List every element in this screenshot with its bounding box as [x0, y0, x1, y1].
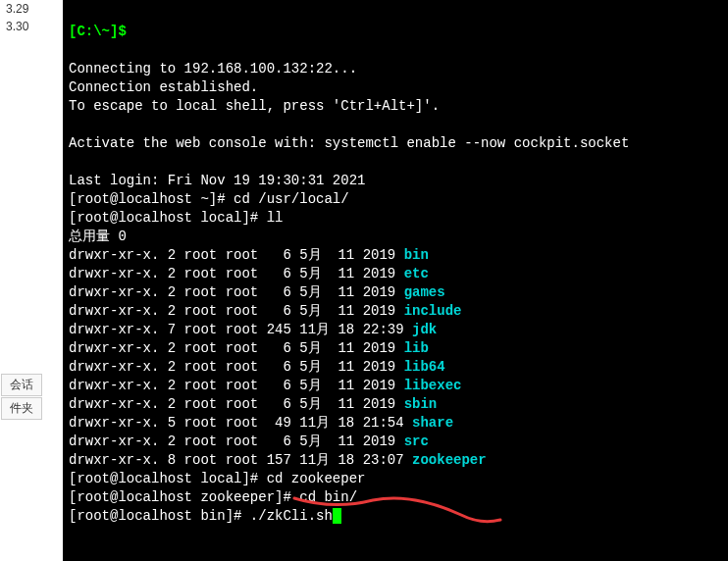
local-prompt: [C:\~]$ [69, 24, 127, 39]
cmd-3: cd zookeeper [258, 471, 365, 486]
prompt-4: [root@localhost zookeeper]# [69, 489, 291, 505]
dir-name: games [404, 284, 445, 300]
ls-row: drwxr-xr-x. 2 root root 6 5月 11 2019 inc… [69, 303, 461, 319]
dir-name: sbin [404, 396, 438, 412]
ls-row: drwxr-xr-x. 2 root root 6 5月 11 2019 lib… [69, 378, 461, 393]
ls-row: drwxr-xr-x. 2 root root 6 5月 11 2019 sbi… [69, 396, 437, 412]
ls-row: drwxr-xr-x. 2 root root 6 5月 11 2019 gam… [69, 284, 445, 300]
cmd-1: cd /usr/local/ [226, 191, 349, 207]
dir-name: libexec [404, 378, 462, 393]
ls-row: drwxr-xr-x. 7 root root 245 11月 18 22:39… [69, 322, 437, 337]
dir-name: zookeeper [412, 452, 487, 468]
sidebar-text-1: 3.29 [0, 0, 63, 18]
prompt-5: [root@localhost bin]# [69, 508, 241, 524]
established-line: Connection established. [69, 79, 258, 95]
dir-name: include [404, 303, 462, 319]
dir-name: src [404, 434, 429, 449]
dir-name: lib64 [404, 359, 445, 375]
cursor-icon [333, 508, 341, 524]
ls-row: drwxr-xr-x. 2 root root 6 5月 11 2019 lib… [69, 359, 445, 375]
cmd-5: ./zkCli.sh [241, 508, 332, 524]
sidebar-folder[interactable]: 件夹 [1, 397, 42, 420]
dir-name: lib [404, 340, 429, 356]
terminal[interactable]: [C:\~]$ Connecting to 192.168.100.132:22… [63, 0, 728, 561]
connecting-line: Connecting to 192.168.100.132:22... [69, 61, 357, 76]
prompt-3: [root@localhost local]# [69, 471, 258, 486]
ls-row: drwxr-xr-x. 2 root root 6 5月 11 2019 bin [69, 247, 429, 263]
ls-row: drwxr-xr-x. 2 root root 6 5月 11 2019 etc [69, 266, 429, 281]
ls-row: drwxr-xr-x. 8 root root 157 11月 18 23:07… [69, 452, 487, 468]
prompt-1: [root@localhost ~]# [69, 191, 226, 207]
dir-name: bin [404, 247, 429, 263]
dir-name: share [412, 415, 453, 431]
dir-name: jdk [412, 322, 437, 337]
cmd-2: ll [258, 210, 283, 226]
ls-row: drwxr-xr-x. 2 root root 6 5月 11 2019 lib [69, 340, 429, 356]
sidebar-text-2: 3.30 [0, 18, 63, 35]
left-sidebar: 3.29 3.30 会话 件夹 [0, 0, 63, 561]
ls-row: drwxr-xr-x. 2 root root 6 5月 11 2019 src [69, 434, 429, 449]
activate-line: Activate the web console with: systemctl… [69, 135, 629, 151]
sidebar-session[interactable]: 会话 [1, 374, 42, 396]
dir-name: etc [404, 266, 429, 281]
escape-line: To escape to local shell, press 'Ctrl+Al… [69, 98, 440, 114]
ls-row: drwxr-xr-x. 5 root root 49 11月 18 21:54 … [69, 415, 453, 431]
total-line: 总用量 0 [69, 229, 127, 244]
prompt-2: [root@localhost local]# [69, 210, 258, 226]
last-login: Last login: Fri Nov 19 19:30:31 2021 [69, 173, 365, 188]
cmd-4: cd bin/ [291, 489, 357, 505]
